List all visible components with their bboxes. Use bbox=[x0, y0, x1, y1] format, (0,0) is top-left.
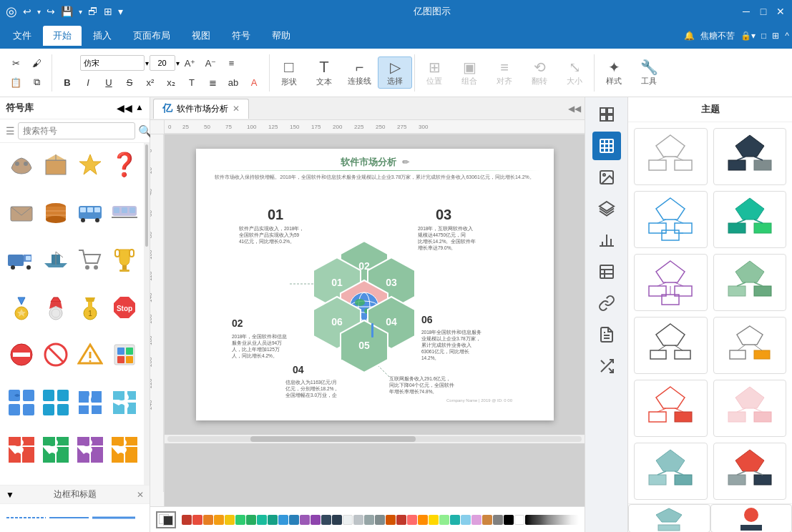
link-btn[interactable] bbox=[592, 289, 621, 317]
color-lightseagreen[interactable] bbox=[450, 515, 460, 525]
menu-page-layout[interactable]: 页面布局 bbox=[123, 26, 180, 46]
flip-tool-button[interactable]: ⟲ 翻转 bbox=[522, 57, 557, 88]
nav-left-btn[interactable]: ◀◀ bbox=[567, 102, 582, 116]
theme-item-2[interactable] bbox=[713, 128, 787, 185]
color-crimson[interactable] bbox=[396, 515, 406, 525]
theme-item-12[interactable] bbox=[713, 443, 787, 500]
grid-view-btn[interactable] bbox=[592, 132, 621, 160]
undo-btn[interactable]: ↩ bbox=[23, 6, 31, 17]
italic-button[interactable]: I bbox=[78, 73, 98, 92]
color-purple2[interactable] bbox=[311, 515, 321, 525]
symbol-blue-square2[interactable] bbox=[40, 387, 72, 418]
color-black[interactable] bbox=[504, 515, 514, 525]
sidebar-scrollbar[interactable] bbox=[144, 143, 150, 485]
color-gold[interactable] bbox=[429, 515, 439, 525]
symbol-bus[interactable] bbox=[74, 197, 106, 228]
color-gray[interactable] bbox=[364, 515, 374, 525]
theme-item-14[interactable] bbox=[710, 504, 793, 532]
theme-item-9[interactable] bbox=[634, 380, 708, 437]
symbol-blue-square1[interactable] bbox=[6, 387, 37, 418]
style-tool-button[interactable]: ✦ 样式 bbox=[597, 57, 631, 88]
color-plum[interactable] bbox=[471, 515, 481, 525]
symbol-ship[interactable] bbox=[40, 244, 72, 275]
symbol-question[interactable]: ❓ bbox=[109, 149, 140, 180]
bold-button[interactable]: B bbox=[57, 73, 77, 92]
symbol-puzzle3[interactable] bbox=[109, 387, 140, 418]
color-white[interactable] bbox=[514, 515, 524, 525]
symbol-cart[interactable] bbox=[74, 244, 106, 275]
text-tool-button[interactable]: T 文本 bbox=[307, 56, 341, 89]
collapse-triangle[interactable]: ▼ bbox=[6, 490, 14, 500]
color-skyblue[interactable] bbox=[461, 515, 471, 525]
theme-item-3[interactable] bbox=[634, 191, 708, 248]
list-button[interactable]: ≣ bbox=[202, 73, 223, 92]
undo-dropdown[interactable]: ▾ bbox=[37, 8, 41, 16]
symbol-puzzle4[interactable] bbox=[6, 434, 37, 466]
color-selector[interactable] bbox=[156, 511, 176, 528]
color-yellow2[interactable] bbox=[214, 515, 224, 525]
maximize-btn[interactable]: □ bbox=[758, 6, 769, 17]
menu-start[interactable]: 开始 bbox=[43, 26, 82, 46]
color-silver[interactable] bbox=[353, 515, 363, 525]
subscript-button[interactable]: x₂ bbox=[161, 73, 181, 92]
color-green2[interactable] bbox=[246, 515, 256, 525]
layers-btn[interactable] bbox=[592, 194, 621, 223]
font-dropdown-icon[interactable]: ▾ bbox=[145, 59, 149, 67]
theme-item-5[interactable] bbox=[634, 254, 708, 311]
share-icon[interactable]: □ bbox=[761, 31, 766, 41]
sidebar-collapse-btn[interactable]: ◀◀ bbox=[117, 102, 132, 114]
gradient-bar[interactable] bbox=[525, 515, 579, 525]
options-btn[interactable]: ⊞ bbox=[104, 6, 112, 17]
tab-close-btn[interactable]: ✕ bbox=[233, 104, 240, 114]
symbol-puzzle7[interactable] bbox=[109, 434, 140, 466]
text-style-button[interactable]: T bbox=[182, 73, 202, 92]
new-window-btn[interactable]: 🗗 bbox=[88, 6, 98, 17]
format-paint-button[interactable]: 🖌 bbox=[26, 54, 47, 72]
shape-tool-button[interactable]: □ 形状 bbox=[272, 56, 306, 89]
theme-item-4[interactable] bbox=[713, 191, 787, 248]
layout-btn[interactable] bbox=[592, 100, 621, 129]
symbol-mailbox[interactable] bbox=[6, 197, 37, 228]
font-color-button[interactable]: A bbox=[244, 73, 264, 92]
menu-symbol[interactable]: 符号 bbox=[222, 26, 260, 46]
symbol-search-input[interactable] bbox=[18, 122, 135, 139]
color-gray2[interactable] bbox=[375, 515, 385, 525]
symbol-puzzle2[interactable] bbox=[74, 387, 106, 418]
save-btn[interactable]: 💾 bbox=[61, 6, 73, 17]
font-shrink-button[interactable]: A⁻ bbox=[201, 54, 221, 72]
underline-button[interactable]: U bbox=[99, 73, 119, 92]
image-btn[interactable] bbox=[592, 163, 621, 192]
list-view-icon[interactable]: ☰ bbox=[6, 125, 15, 137]
color-lightgreen[interactable] bbox=[439, 515, 449, 525]
close-btn[interactable]: ✕ bbox=[775, 6, 786, 17]
symbol-medal1[interactable] bbox=[6, 292, 37, 323]
focus-icon[interactable]: 🔒▾ bbox=[740, 31, 756, 41]
tools-button[interactable]: 🔧 工具 bbox=[632, 57, 666, 88]
font-size-input[interactable] bbox=[150, 55, 175, 71]
theme-item-10[interactable] bbox=[713, 380, 787, 437]
align-btn[interactable]: ≡ bbox=[222, 54, 242, 72]
font-grow-button[interactable]: A⁺ bbox=[180, 54, 200, 72]
theme-item-13[interactable] bbox=[628, 504, 710, 532]
symbol-trophy[interactable] bbox=[109, 244, 140, 275]
theme-item-6[interactable] bbox=[713, 254, 787, 311]
menu-insert[interactable]: 插入 bbox=[83, 26, 122, 46]
redo-btn[interactable]: ↪ bbox=[47, 6, 55, 17]
color-red2[interactable] bbox=[192, 515, 202, 525]
notes-btn[interactable] bbox=[592, 320, 621, 349]
group-tool-button[interactable]: ▣ 组合 bbox=[452, 57, 487, 88]
color-navy[interactable] bbox=[321, 515, 331, 525]
symbol-truck[interactable] bbox=[6, 244, 37, 275]
theme-item-1[interactable] bbox=[634, 128, 708, 185]
position-tool-button[interactable]: ⊞ 位置 bbox=[417, 57, 451, 88]
color-coral[interactable] bbox=[407, 515, 417, 525]
canvas-tab[interactable]: 亿 软件市场分析 ✕ bbox=[153, 99, 249, 119]
table-btn[interactable] bbox=[592, 257, 621, 286]
copy-button[interactable]: ⧉ bbox=[26, 73, 47, 92]
color-peru[interactable] bbox=[482, 515, 492, 525]
chart-btn[interactable] bbox=[592, 226, 621, 255]
superscript-button[interactable]: x² bbox=[140, 73, 160, 92]
symbol-box[interactable] bbox=[40, 149, 72, 180]
symbol-award[interactable] bbox=[40, 292, 72, 323]
color-red[interactable] bbox=[182, 515, 192, 525]
